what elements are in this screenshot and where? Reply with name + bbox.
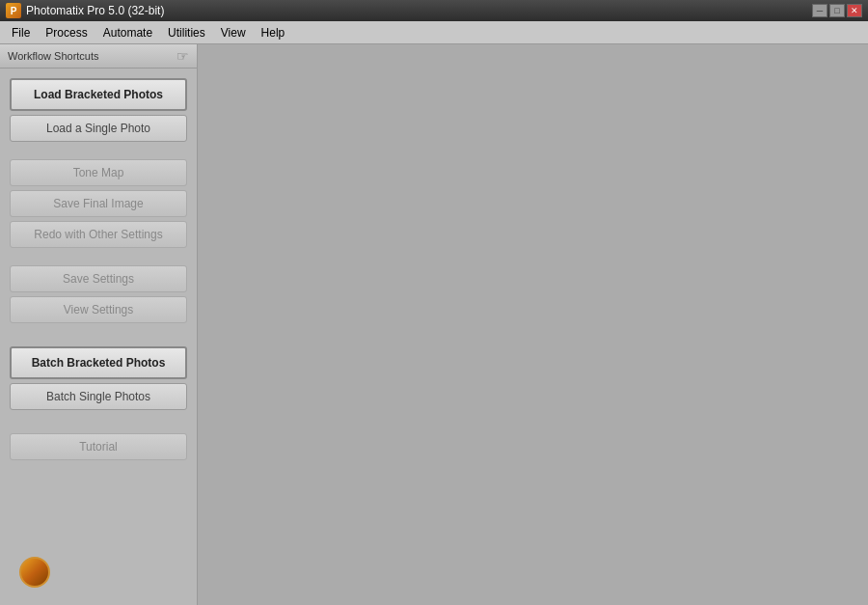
- title-bar-left: P Photomatix Pro 5.0 (32-bit): [6, 3, 164, 18]
- redo-other-settings-button[interactable]: Redo with Other Settings: [10, 221, 187, 248]
- menu-utilities[interactable]: Utilities: [160, 23, 213, 42]
- close-button[interactable]: ✕: [847, 4, 862, 17]
- batch-bracketed-photos-button[interactable]: Batch Bracketed Photos: [10, 346, 187, 379]
- menu-process[interactable]: Process: [38, 23, 95, 42]
- minimize-button[interactable]: ─: [812, 4, 827, 17]
- menu-file[interactable]: File: [4, 23, 38, 42]
- divider-2: [10, 252, 187, 265]
- tone-map-button[interactable]: Tone Map: [10, 159, 187, 186]
- main-area: Workflow Shortcuts ☞ Load Bracketed Phot…: [0, 44, 868, 605]
- batch-single-photos-button[interactable]: Batch Single Photos: [10, 383, 187, 410]
- title-bar: P Photomatix Pro 5.0 (32-bit) ─ □ ✕: [0, 0, 868, 21]
- divider-1: [10, 146, 187, 159]
- window-controls: ─ □ ✕: [812, 4, 862, 17]
- panel-content: Load Bracketed Photos Load a Single Phot…: [0, 69, 197, 605]
- divider-3: [10, 327, 187, 346]
- load-bracketed-photos-button[interactable]: Load Bracketed Photos: [10, 78, 187, 111]
- work-area: [198, 44, 868, 605]
- load-single-photo-button[interactable]: Load a Single Photo: [10, 115, 187, 142]
- panel-header: Workflow Shortcuts ☞: [0, 44, 197, 69]
- panel-title: Workflow Shortcuts: [8, 50, 99, 62]
- app-icon: P: [6, 3, 21, 18]
- maximize-button[interactable]: □: [829, 4, 845, 17]
- divider-4: [10, 414, 187, 433]
- panel-pin-icon[interactable]: ☞: [176, 48, 189, 64]
- menu-view[interactable]: View: [213, 23, 254, 42]
- view-settings-button[interactable]: View Settings: [10, 296, 187, 323]
- app-logo: [19, 557, 50, 588]
- save-final-image-button[interactable]: Save Final Image: [10, 190, 187, 217]
- menu-help[interactable]: Help: [254, 23, 293, 42]
- logo-area: [10, 549, 187, 595]
- tutorial-button[interactable]: Tutorial: [10, 433, 187, 460]
- menu-bar: File Process Automate Utilities View Hel…: [0, 21, 868, 44]
- save-settings-button[interactable]: Save Settings: [10, 265, 187, 292]
- app-title: Photomatix Pro 5.0 (32-bit): [26, 4, 164, 17]
- menu-automate[interactable]: Automate: [95, 23, 160, 42]
- sidebar-panel: Workflow Shortcuts ☞ Load Bracketed Phot…: [0, 44, 198, 605]
